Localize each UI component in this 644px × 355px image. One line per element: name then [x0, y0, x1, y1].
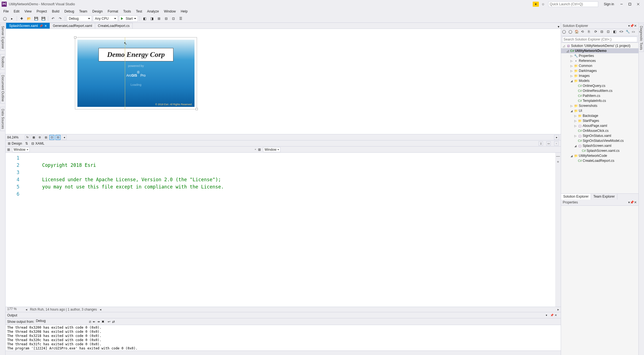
nav-fwd-icon[interactable]: ▸	[9, 16, 15, 22]
menu-format[interactable]: Format	[105, 9, 120, 14]
grid-button[interactable]: ▦	[31, 135, 36, 140]
save-all-icon[interactable]: 💾	[40, 16, 46, 22]
code-zoom-dropdown[interactable]: 177 %	[7, 307, 23, 312]
split-handle[interactable]: —	[556, 154, 560, 158]
output-wrap-icon[interactable]: ↩	[108, 320, 110, 324]
minimize-button[interactable]	[617, 1, 626, 7]
left-tab-toolbox[interactable]: Toolbox	[0, 54, 5, 69]
xaml-designer[interactable]: Demo Energy Corp powered by ArcGIS® Pro …	[6, 29, 561, 134]
left-tab-data-sources[interactable]: Data Sources	[0, 107, 5, 131]
tree-node[interactable]: ▷📁Common	[561, 63, 638, 68]
menu-view[interactable]: View	[22, 9, 34, 14]
doc-tab[interactable]: CreateLoadReport.cs	[95, 23, 133, 29]
se-collapse-icon[interactable]: ⊟	[600, 30, 606, 35]
se-fwd-icon[interactable]: ◯	[569, 30, 574, 35]
expand-icon[interactable]: ▷	[570, 74, 573, 77]
se-home-icon[interactable]: 🏠	[575, 30, 580, 35]
new-project-icon[interactable]: ✚	[19, 16, 25, 22]
tree-node[interactable]: C#SplashScreen.xaml.cs	[561, 148, 638, 153]
se-pin-icon[interactable]: 📌	[630, 24, 634, 28]
tree-node[interactable]: C#OnlineQuery.cs	[561, 83, 638, 88]
output-goto-prev-icon[interactable]: ↞	[93, 320, 95, 324]
props-pin-icon[interactable]: 📌	[630, 200, 634, 204]
feedback-icon[interactable]: ☺	[541, 2, 545, 7]
tree-node[interactable]: ▷📁Images	[561, 73, 638, 78]
redo-icon[interactable]: ↷	[57, 16, 63, 22]
tree-solution-root[interactable]: ◿⊡Solution 'UtilityNetworkDemo' (1 proje…	[561, 43, 638, 48]
swap-panes-button[interactable]: ⇅	[25, 142, 28, 145]
se-search-input[interactable]	[562, 37, 637, 42]
menu-tools[interactable]: Tools	[121, 9, 133, 14]
expand-icon[interactable]: ◢	[570, 79, 573, 82]
menu-test[interactable]: Test	[134, 9, 144, 14]
output-scrollbar[interactable]	[6, 351, 561, 355]
diagnostic-tools-tab[interactable]: Diagnostic Tools	[639, 24, 644, 52]
menu-analyze[interactable]: Analyze	[145, 9, 161, 14]
menu-team[interactable]: Team	[77, 9, 89, 14]
split-vertical-button[interactable]: ▯	[539, 141, 543, 146]
breadcrumb-combo-1[interactable]: Window	[12, 147, 30, 152]
se-refresh-icon[interactable]: ⟳	[594, 30, 600, 35]
tree-node[interactable]: C#SignOnStatusViewModel.cs	[561, 138, 638, 143]
toolbar-btn-1[interactable]: ◧	[142, 16, 148, 22]
output-close-icon[interactable]: ✕	[555, 314, 559, 317]
ruler-button[interactable]: ▤	[43, 135, 48, 140]
expand-icon[interactable]: ▷	[570, 69, 573, 72]
expand-icon[interactable]: ▷	[574, 134, 577, 137]
open-file-icon[interactable]: 📂	[26, 16, 32, 22]
doc-tab[interactable]: SplashScreen.xaml📌✕	[6, 23, 50, 29]
tree-node[interactable]: ▷📁StartPages	[561, 118, 638, 123]
tree-node[interactable]: C#CreateLoadReport.cs	[561, 158, 638, 163]
tree-node[interactable]: ◢▢SplashScreen.xaml	[561, 143, 638, 148]
toolbar-btn-2[interactable]: ◨	[149, 16, 155, 22]
output-clear-icon[interactable]: ⎚	[89, 320, 91, 324]
expand-icon[interactable]: ◢	[574, 144, 577, 147]
tree-node[interactable]: ▷📁Backstage	[561, 113, 638, 118]
sign-in-link[interactable]: Sign in	[602, 2, 616, 6]
code-text[interactable]: Copyright 2018 Esri Licensed under the A…	[22, 153, 555, 307]
expand-icon[interactable]: ▷	[570, 64, 573, 67]
tree-node[interactable]: C#TemplateInfo.cs	[561, 98, 638, 103]
doc-tab[interactable]: GenerateLoadReport.xaml	[50, 23, 95, 29]
se-properties-icon[interactable]: ◧	[613, 30, 619, 35]
expand-icon[interactable]: ▷	[574, 114, 577, 117]
close-button[interactable]	[634, 1, 642, 7]
maximize-button[interactable]	[626, 1, 634, 7]
design-tab[interactable]: ⊞ Design	[8, 142, 22, 145]
toolbar-btn-3[interactable]: ⊞	[156, 16, 162, 22]
output-toggle-icon[interactable]: ⇄	[112, 320, 115, 324]
panel-tab[interactable]: Team Explorer	[591, 194, 617, 200]
se-back-icon[interactable]: ◯	[562, 30, 568, 35]
tree-node[interactable]: ▷🔧Properties	[561, 53, 638, 58]
tab-overflow-icon[interactable]: ▾	[556, 25, 561, 29]
scroll-left-button[interactable]: ◂	[62, 135, 67, 140]
output-dropdown-icon[interactable]: ▾	[546, 314, 550, 317]
close-tab-icon[interactable]: ✕	[44, 24, 47, 28]
zoom-dropdown[interactable]: 84.24%	[7, 135, 24, 139]
tree-node[interactable]: ◢📁UI	[561, 108, 638, 113]
quick-launch-input[interactable]	[548, 1, 598, 7]
toolbar-btn-4[interactable]: ⊟	[163, 16, 169, 22]
expand-icon[interactable]: ◢	[570, 154, 573, 157]
left-tab-server-explorer[interactable]: Server Explorer	[0, 24, 5, 51]
solution-platform-dropdown[interactable]: Any CPU	[93, 16, 118, 22]
tree-node[interactable]: C#PathItem.cs	[561, 93, 638, 98]
fx-button[interactable]: fx	[25, 135, 30, 140]
expand-icon[interactable]: ▷	[574, 119, 577, 122]
output-clear-all-icon[interactable]: ✖	[102, 320, 104, 324]
expand-icon[interactable]: ▷	[570, 54, 573, 57]
tree-node[interactable]: ▷📁DarkImages	[561, 68, 638, 73]
start-debug-button[interactable]: Start	[119, 16, 138, 22]
tree-node[interactable]: ◢📁Models	[561, 78, 638, 83]
tree-node[interactable]: ◢📁UtilityNetworkCode	[561, 153, 638, 158]
menu-design[interactable]: Design	[90, 9, 105, 14]
tree-node[interactable]: C#OnMouseClick.cs	[561, 128, 638, 133]
expand-icon[interactable]: ▷	[574, 124, 577, 127]
se-sync-icon[interactable]: ⟲	[581, 30, 587, 35]
menu-edit[interactable]: Edit	[11, 9, 22, 14]
props-close-icon[interactable]: ✕	[634, 200, 637, 204]
pin-icon[interactable]: 📌	[39, 24, 43, 27]
panel-tab[interactable]: Solution Explorer	[561, 194, 591, 200]
split-plus[interactable]: ＋	[556, 159, 560, 164]
collapse-pane-button[interactable]: ▫	[554, 141, 559, 146]
